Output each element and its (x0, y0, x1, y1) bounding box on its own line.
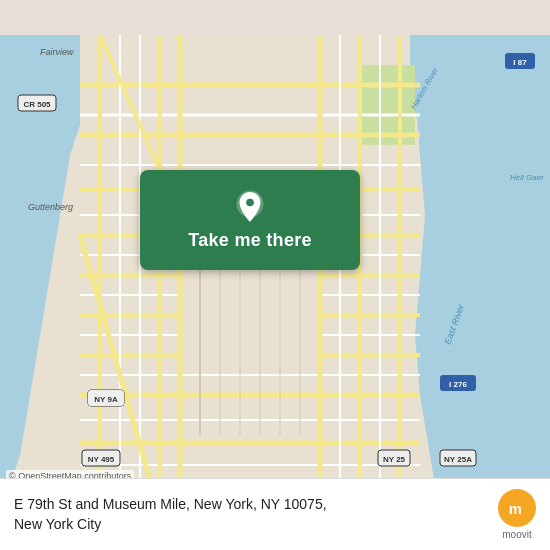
moovit-logo[interactable]: m moovit (498, 489, 536, 540)
svg-text:Fairview: Fairview (40, 47, 74, 57)
svg-text:CR 505: CR 505 (23, 100, 51, 109)
svg-text:Guttenberg: Guttenberg (28, 202, 73, 212)
svg-text:NY 25A: NY 25A (444, 455, 472, 464)
bottom-bar: E 79th St and Museum Mile, New York, NY … (0, 478, 550, 550)
cta-label: Take me there (188, 230, 312, 251)
svg-text:Hell Gate: Hell Gate (510, 173, 544, 182)
svg-text:I 276: I 276 (449, 380, 467, 389)
address-block: E 79th St and Museum Mile, New York, NY … (14, 495, 488, 534)
moovit-icon: m (498, 489, 536, 527)
svg-text:NY 9A: NY 9A (94, 395, 118, 404)
moovit-icon-svg: m (506, 497, 528, 519)
cta-button[interactable]: Take me there (140, 170, 360, 270)
svg-text:NY 25: NY 25 (383, 455, 406, 464)
moovit-text: moovit (502, 529, 531, 540)
map-container: NY 9A NY 495 NY 25 NY 25A I 276 CR 505 I… (0, 0, 550, 550)
map-svg: NY 9A NY 495 NY 25 NY 25A I 276 CR 505 I… (0, 0, 550, 550)
svg-point-73 (246, 199, 254, 207)
svg-text:NY 495: NY 495 (88, 455, 115, 464)
svg-text:m: m (509, 501, 522, 517)
location-pin-icon (232, 189, 268, 225)
address-text: E 79th St and Museum Mile, New York, NY … (14, 495, 488, 534)
svg-text:I 87: I 87 (513, 58, 527, 67)
